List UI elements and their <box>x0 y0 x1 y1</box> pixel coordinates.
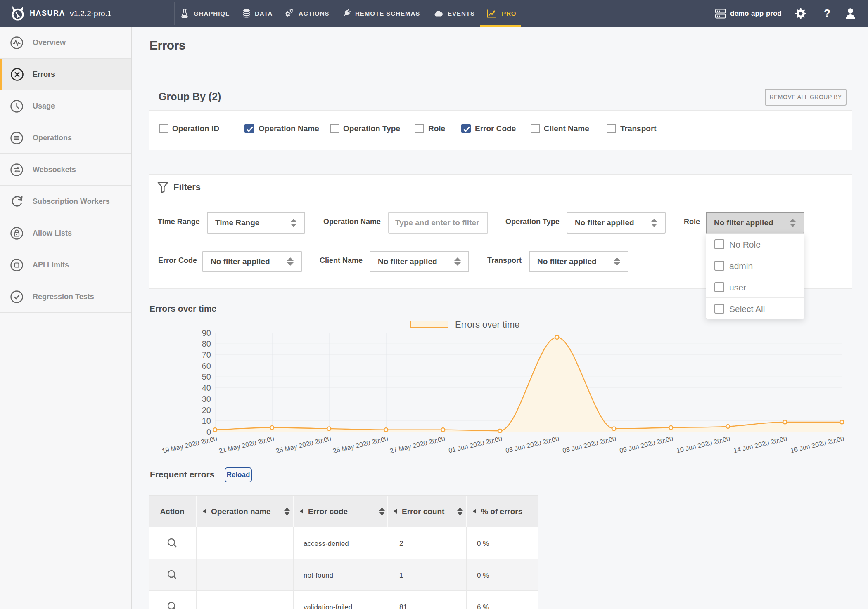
svg-text:80: 80 <box>202 339 211 348</box>
svg-text:27 May 2020 20:00: 27 May 2020 20:00 <box>389 435 446 454</box>
svg-text:60: 60 <box>202 361 211 371</box>
svg-text:10: 10 <box>202 416 211 425</box>
svg-text:08 Jun 2020 20:00: 08 Jun 2020 20:00 <box>562 435 617 454</box>
svg-text:03 Jun 2020 20:00: 03 Jun 2020 20:00 <box>505 435 560 454</box>
svg-text:20: 20 <box>202 406 211 415</box>
svg-text:25 May 2020 20:00: 25 May 2020 20:00 <box>275 435 332 454</box>
svg-text:30: 30 <box>202 394 211 404</box>
svg-text:21 May 2020 20:00: 21 May 2020 20:00 <box>218 435 275 454</box>
svg-text:26 May 2020 20:00: 26 May 2020 20:00 <box>332 435 389 454</box>
svg-text:19 May 2020 20:00: 19 May 2020 20:00 <box>161 435 218 454</box>
svg-text:40: 40 <box>202 383 211 392</box>
svg-text:70: 70 <box>202 350 211 359</box>
svg-text:10 Jun 2020 20:00: 10 Jun 2020 20:00 <box>676 435 730 454</box>
svg-text:14 Jun 2020 20:00: 14 Jun 2020 20:00 <box>733 435 787 454</box>
svg-text:01 Jun 2020 20:00: 01 Jun 2020 20:00 <box>448 435 503 454</box>
svg-text:0: 0 <box>206 427 211 437</box>
svg-text:16 Jun 2020 20:00: 16 Jun 2020 20:00 <box>790 435 844 454</box>
svg-text:90: 90 <box>202 328 211 338</box>
svg-text:50: 50 <box>202 372 211 381</box>
svg-text:09 Jun 2020 20:00: 09 Jun 2020 20:00 <box>619 435 674 454</box>
